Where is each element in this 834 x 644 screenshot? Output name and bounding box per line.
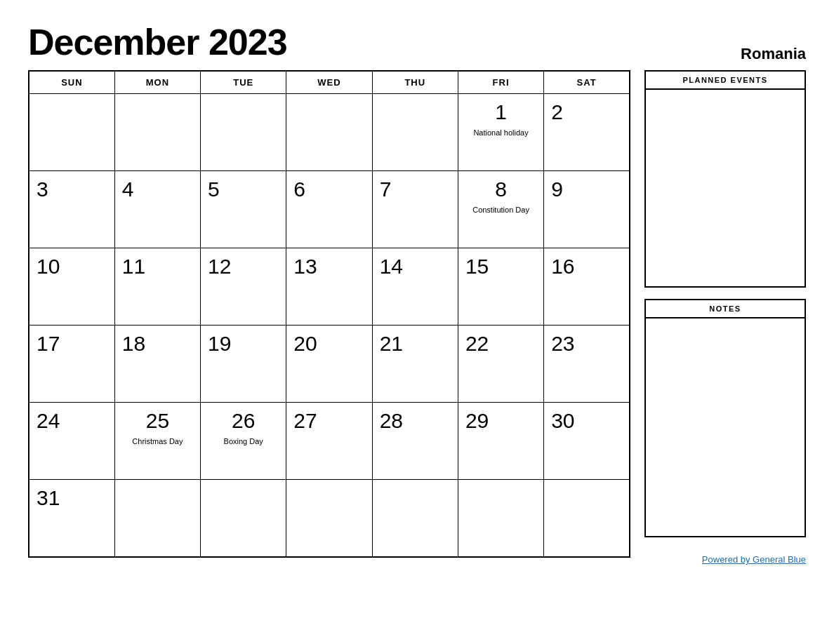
day-cell-inner: 26Boxing Day xyxy=(208,408,279,446)
calendar-cell: 28 xyxy=(372,403,458,480)
day-number: 4 xyxy=(122,177,134,202)
weekday-header-tue: TUE xyxy=(201,71,286,94)
day-cell-inner: 16 xyxy=(551,254,622,279)
day-cell-inner: 9 xyxy=(551,177,622,202)
page-header: December 2023 Romania xyxy=(28,21,806,63)
day-number: 20 xyxy=(293,331,317,356)
weekday-header-wed: WED xyxy=(286,71,372,94)
calendar-cell: 26Boxing Day xyxy=(201,403,286,480)
day-cell-inner: 1National holiday xyxy=(465,100,536,137)
calendar-cell xyxy=(544,480,630,557)
calendar-cell xyxy=(286,480,372,557)
calendar-week-row: 17181920212223 xyxy=(29,326,630,403)
calendar-cell: 15 xyxy=(458,248,543,326)
calendar-cell: 9 xyxy=(544,171,630,248)
notes-content xyxy=(646,318,805,536)
sidebar-section: PLANNED EVENTS NOTES Powered by General … xyxy=(644,70,806,565)
calendar-cell: 1National holiday xyxy=(458,94,543,171)
calendar-cell xyxy=(458,480,543,557)
calendar-week-row: 1National holiday2 xyxy=(29,94,630,171)
day-number: 31 xyxy=(37,485,60,511)
day-number: 10 xyxy=(37,254,60,279)
day-cell-inner: 4 xyxy=(122,177,193,202)
calendar-cell: 17 xyxy=(29,326,114,403)
day-number: 7 xyxy=(380,177,392,202)
calendar-cell: 30 xyxy=(544,403,630,480)
day-cell-inner: 6 xyxy=(293,177,364,202)
day-number: 30 xyxy=(551,408,574,434)
day-cell-inner: 19 xyxy=(208,331,279,356)
calendar-section: SUNMONTUEWEDTHUFRISAT 1National holiday2… xyxy=(28,70,630,558)
calendar-cell: 29 xyxy=(458,403,543,480)
powered-by-link[interactable]: Powered by General Blue xyxy=(702,554,806,565)
calendar-week-row: 31 xyxy=(29,480,630,557)
notes-header: NOTES xyxy=(646,300,805,318)
calendar-cell: 23 xyxy=(544,326,630,403)
calendar-week-row: 345678Constitution Day9 xyxy=(29,171,630,248)
day-number: 21 xyxy=(380,331,403,356)
planned-events-header: PLANNED EVENTS xyxy=(646,72,805,90)
calendar-cell xyxy=(372,94,458,171)
day-number: 23 xyxy=(551,331,574,356)
day-cell-inner: 31 xyxy=(37,485,107,511)
calendar-cell: 2 xyxy=(544,94,630,171)
day-number: 29 xyxy=(465,408,489,434)
calendar-cell: 12 xyxy=(201,248,286,326)
day-number: 19 xyxy=(208,331,231,356)
calendar-week-row: 10111213141516 xyxy=(29,248,630,326)
powered-by: Powered by General Blue xyxy=(644,554,806,565)
weekday-header-sat: SAT xyxy=(544,71,630,94)
calendar-cell: 24 xyxy=(29,403,114,480)
day-cell-inner: 12 xyxy=(208,254,279,279)
notes-box: NOTES xyxy=(644,299,806,537)
day-cell-inner: 24 xyxy=(37,408,107,434)
planned-events-content xyxy=(646,90,805,286)
weekday-header-sun: SUN xyxy=(29,71,114,94)
holiday-name: National holiday xyxy=(473,128,528,137)
day-number: 5 xyxy=(208,177,220,202)
calendar-cell: 27 xyxy=(286,403,372,480)
calendar-cell: 25Christmas Day xyxy=(114,403,200,480)
day-number: 8 xyxy=(495,177,507,202)
calendar-cell: 10 xyxy=(29,248,114,326)
calendar-cell: 11 xyxy=(114,248,200,326)
calendar-cell: 31 xyxy=(29,480,114,557)
day-cell-inner: 17 xyxy=(37,331,107,356)
weekday-header-row: SUNMONTUEWEDTHUFRISAT xyxy=(29,71,630,94)
day-number: 17 xyxy=(37,331,60,356)
weekday-header-fri: FRI xyxy=(458,71,543,94)
calendar-cell: 3 xyxy=(29,171,114,248)
calendar-cell: 13 xyxy=(286,248,372,326)
calendar-cell: 4 xyxy=(114,171,200,248)
calendar-cell xyxy=(114,480,200,557)
calendar-cell: 14 xyxy=(372,248,458,326)
day-number: 11 xyxy=(122,254,145,279)
day-number: 6 xyxy=(293,177,305,202)
planned-events-box: PLANNED EVENTS xyxy=(644,70,806,288)
calendar-cell: 8Constitution Day xyxy=(458,171,543,248)
holiday-name: Constitution Day xyxy=(472,205,529,215)
day-cell-inner: 18 xyxy=(122,331,193,356)
day-number: 26 xyxy=(232,408,255,434)
calendar-week-row: 2425Christmas Day26Boxing Day27282930 xyxy=(29,403,630,480)
weekday-header-thu: THU xyxy=(372,71,458,94)
calendar-cell: 22 xyxy=(458,326,543,403)
day-number: 9 xyxy=(551,177,563,202)
calendar-cell xyxy=(201,480,286,557)
calendar-cell: 20 xyxy=(286,326,372,403)
day-cell-inner: 15 xyxy=(465,254,536,279)
day-cell-inner: 13 xyxy=(293,254,364,279)
calendar-cell: 21 xyxy=(372,326,458,403)
day-number: 15 xyxy=(465,254,489,279)
day-cell-inner: 11 xyxy=(122,254,193,279)
day-cell-inner: 27 xyxy=(293,408,364,434)
day-number: 12 xyxy=(208,254,231,279)
day-cell-inner: 30 xyxy=(551,408,622,434)
calendar-cell: 18 xyxy=(114,326,200,403)
day-number: 24 xyxy=(37,408,60,434)
day-number: 28 xyxy=(380,408,403,434)
calendar-cell: 5 xyxy=(201,171,286,248)
calendar-cell xyxy=(286,94,372,171)
calendar-cell xyxy=(29,94,114,171)
day-cell-inner: 7 xyxy=(380,177,451,202)
